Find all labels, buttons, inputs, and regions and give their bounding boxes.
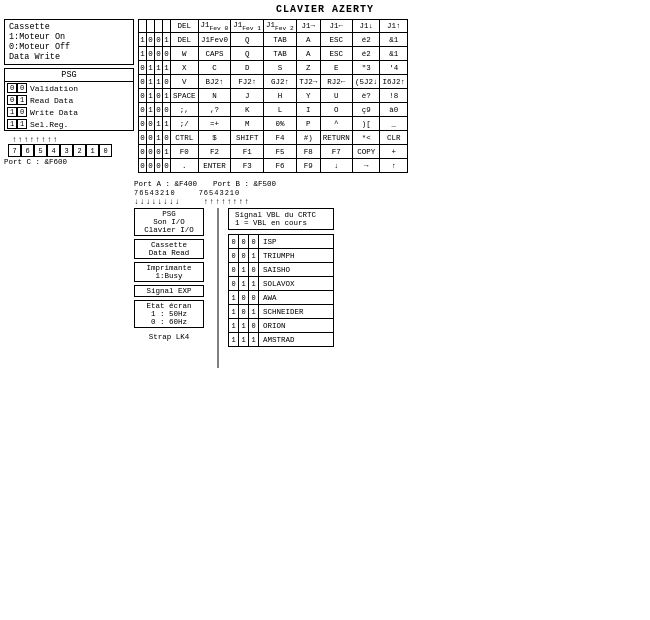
kb-cell: + bbox=[380, 145, 408, 159]
kb-cell: è? bbox=[352, 89, 380, 103]
kb-cell: CAPS bbox=[198, 47, 231, 61]
keyboard-table-area: DEL J1Fev 0 J1Fev 1 J1Fev 2 J1→ J1← J1↓ … bbox=[138, 19, 408, 173]
kb-cell: )[ bbox=[352, 117, 380, 131]
kb-cell: E bbox=[320, 61, 352, 75]
kb-cell: TAB bbox=[264, 33, 297, 47]
vert-wires bbox=[212, 208, 224, 368]
kb-cell: DEL bbox=[171, 33, 199, 47]
manufacturer-name: AWA bbox=[259, 291, 334, 305]
kb-cell: TAB bbox=[264, 47, 297, 61]
kb-cell: =+ bbox=[198, 117, 231, 131]
port-b-arrows: ↑↑↑↑↑↑↑↑ bbox=[204, 197, 250, 206]
kb-cell: FJ2↑ bbox=[231, 75, 264, 89]
kb-cell: RJ2← bbox=[320, 75, 352, 89]
table-row: 0111XCDSZE"3'4 bbox=[139, 61, 408, 75]
psg-box: PSG 00Validation01Read Data10Write Data1… bbox=[4, 68, 134, 131]
kb-header-row: DEL J1Fev 0 J1Fev 1 J1Fev 2 J1→ J1← J1↓ … bbox=[139, 20, 408, 33]
kb-cell: &1 bbox=[380, 47, 408, 61]
table-row: 0010CTRL$SHIFTF4#)RETURN*<CLR bbox=[139, 131, 408, 145]
kb-cell: ESC bbox=[320, 47, 352, 61]
port-a-label: Port A : &F400 bbox=[134, 179, 197, 189]
port-c-section: ↑↑↑↑↑↑↑↑ 76543210 Port C : &F600 bbox=[4, 135, 134, 166]
psg-row: 11Sel.Reg. bbox=[5, 118, 133, 130]
table-row: 0110VBJ2↑FJ2↑GJ2↑TJ2→RJ2←(5J2↓I6J2↑ bbox=[139, 75, 408, 89]
psg-row: 10Write Data bbox=[5, 106, 133, 118]
port-b-label: Port B : &F500 bbox=[213, 179, 276, 189]
manufacturer-row: 100AWA bbox=[229, 291, 334, 305]
strap-label: Strap LK4 bbox=[134, 333, 204, 341]
kb-cell: J1Fev0 bbox=[198, 33, 231, 47]
psg-io-box: PSG Son I/O Clavier I/O bbox=[134, 208, 204, 236]
manufacturer-row: 110ORION bbox=[229, 319, 334, 333]
kb-cell: → bbox=[352, 159, 380, 173]
keyboard-table: DEL J1Fev 0 J1Fev 1 J1Fev 2 J1→ J1← J1↓ … bbox=[138, 19, 408, 173]
table-row: 1001DELJ1Fev0QTABAESCé2&1 bbox=[139, 33, 408, 47]
kb-cell: S bbox=[264, 61, 297, 75]
kb-cell: Y bbox=[296, 89, 320, 103]
manufacturer-name: SCHNEIDER bbox=[259, 305, 334, 319]
kb-cell: BJ2↑ bbox=[198, 75, 231, 89]
vbl-box: Signal VBL du CRTC 1 = VBL en cours bbox=[228, 208, 334, 230]
keyboard-body: 1001DELJ1Fev0QTABAESCé2&11000WCAPSQTABAE… bbox=[139, 33, 408, 173]
kb-cell: A bbox=[296, 33, 320, 47]
right-of-io: Signal VBL du CRTC 1 = VBL en cours 000I… bbox=[212, 208, 334, 368]
manufacturer-name: ISP bbox=[259, 235, 334, 249]
kb-cell: !8 bbox=[380, 89, 408, 103]
kb-cell: C bbox=[198, 61, 231, 75]
kb-cell: ç9 bbox=[352, 103, 380, 117]
vert-wires-svg bbox=[212, 208, 224, 368]
manufacturer-row: 011SOLAVOX bbox=[229, 277, 334, 291]
hdr-b0 bbox=[139, 20, 147, 33]
kb-cell: RETURN bbox=[320, 131, 352, 145]
kb-cell: SHIFT bbox=[231, 131, 264, 145]
ports-ab-labels: Port A : &F400 Port B : &F500 bbox=[134, 179, 276, 189]
kb-cell: à0 bbox=[380, 103, 408, 117]
kb-cell: é2 bbox=[352, 33, 380, 47]
port-b-bit-labels: 7 6 5 4 3 2 1 0 bbox=[199, 189, 240, 197]
kb-cell: ↓ bbox=[320, 159, 352, 173]
kb-cell: X bbox=[171, 61, 199, 75]
kb-cell: F0 bbox=[171, 145, 199, 159]
kb-cell: Z bbox=[296, 61, 320, 75]
kb-cell: K bbox=[231, 103, 264, 117]
kb-cell: U bbox=[320, 89, 352, 103]
ports-ab-area: Port A : &F400 Port B : &F500 7 6 5 4 3 … bbox=[134, 179, 334, 368]
kb-cell: é2 bbox=[352, 47, 380, 61]
kb-cell: W bbox=[171, 47, 199, 61]
kb-cell: CLR bbox=[380, 131, 408, 145]
hdr-j1l: J1← bbox=[320, 20, 352, 33]
table-row: 1000WCAPSQTABAESCé2&1 bbox=[139, 47, 408, 61]
cassette-line3: 0:Moteur Off bbox=[9, 42, 129, 52]
hdr-b2 bbox=[155, 20, 163, 33]
manufacturer-name: TRIUMPH bbox=[259, 249, 334, 263]
kb-cell: "3 bbox=[352, 61, 380, 75]
kb-cell: P bbox=[296, 117, 320, 131]
kb-cell: F6 bbox=[264, 159, 297, 173]
manufacturer-row: 001TRIUMPH bbox=[229, 249, 334, 263]
io-boxes-row: PSG Son I/O Clavier I/O Cassette Data Re… bbox=[134, 208, 334, 368]
kb-cell: Q bbox=[231, 47, 264, 61]
kb-cell: F4 bbox=[264, 131, 297, 145]
kb-cell: D bbox=[231, 61, 264, 75]
cassette-line1: Cassette bbox=[9, 22, 129, 32]
psg-title: PSG bbox=[5, 69, 133, 82]
manufacturer-name: AMSTRAD bbox=[259, 333, 334, 347]
etat-ecran-box: Etat écran 1 : 50Hz 0 : 60Hz bbox=[134, 300, 204, 328]
kb-cell: GJ2↑ bbox=[264, 75, 297, 89]
kb-cell: J bbox=[231, 89, 264, 103]
hdr-b3 bbox=[163, 20, 171, 33]
hdr-j1fev0: J1Fev 0 bbox=[198, 20, 231, 33]
kb-cell: (5J2↓ bbox=[352, 75, 380, 89]
kb-cell: ^ bbox=[320, 117, 352, 131]
kb-cell: ESC bbox=[320, 33, 352, 47]
kb-cell: V bbox=[171, 75, 199, 89]
kb-cell: '4 bbox=[380, 61, 408, 75]
kb-cell: *< bbox=[352, 131, 380, 145]
cassette-read-box: Cassette Data Read bbox=[134, 239, 204, 259]
kb-cell: ,? bbox=[198, 103, 231, 117]
port-a-arrows: ↓↓↓↓↓↓↓↓ bbox=[134, 197, 180, 206]
cassette-line2: 1:Moteur On bbox=[9, 32, 129, 42]
hdr-j1r: J1→ bbox=[296, 20, 320, 33]
ports-ab-arrows: ↓↓↓↓↓↓↓↓ ↑↑↑↑↑↑↑↑ bbox=[134, 197, 249, 206]
copy-button[interactable]: COPY bbox=[352, 145, 380, 159]
